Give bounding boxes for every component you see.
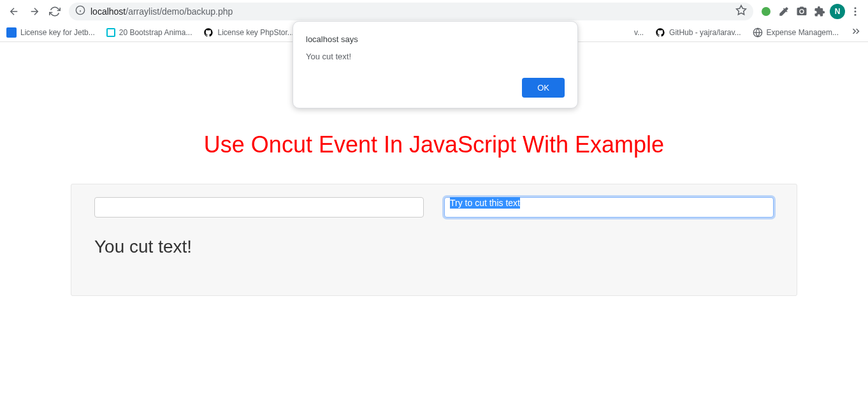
bookmark-item[interactable]: License key for Jetb...	[6, 27, 95, 38]
profile-avatar[interactable]: N	[830, 4, 845, 19]
ok-button[interactable]: OK	[522, 78, 565, 98]
svg-point-5	[855, 7, 857, 9]
bookmark-label: Expense Managem...	[767, 28, 839, 37]
bookmark-label: GitHub - yajra/larav...	[669, 28, 741, 37]
address-bar[interactable]: localhost/arraylist/demo/backup.php	[69, 3, 753, 20]
page-heading: Use Oncut Event In JavaScript With Examp…	[0, 131, 868, 158]
svg-point-7	[855, 14, 857, 16]
dialog-title: localhost says	[306, 34, 565, 44]
input-right[interactable]: Try to cut this text	[444, 197, 774, 218]
svg-marker-3	[737, 6, 746, 15]
svg-point-4	[800, 10, 804, 13]
bookmark-item[interactable]: 20 Bootstrap Anima...	[106, 28, 192, 37]
page-content: Use Oncut Event In JavaScript With Examp…	[0, 131, 868, 296]
bookmark-label: v...	[634, 28, 644, 37]
bookmark-label: License key for Jetb...	[20, 28, 95, 37]
globe-icon	[753, 27, 763, 38]
svg-point-6	[855, 11, 857, 13]
bookmark-icon	[6, 27, 17, 38]
back-button[interactable]	[5, 3, 23, 20]
bookmark-label: 20 Bootstrap Anima...	[119, 28, 192, 37]
input-left[interactable]	[94, 197, 424, 218]
browser-toolbar: localhost/arraylist/demo/backup.php N	[0, 0, 868, 23]
extension-green-icon[interactable]	[758, 4, 774, 19]
bookmark-label: License key PhpStor...	[217, 28, 293, 37]
info-icon	[75, 5, 85, 18]
menu-dots-icon[interactable]	[848, 4, 863, 19]
dialog-message: You cut text!	[306, 52, 565, 61]
puzzle-icon[interactable]	[812, 4, 827, 19]
bookmark-item[interactable]: Expense Managem...	[753, 27, 839, 38]
bookmark-item[interactable]: GitHub - yajra/larav...	[655, 27, 741, 38]
bookmarks-overflow-icon[interactable]	[850, 26, 862, 40]
input-row: Try to cut this text	[94, 197, 774, 218]
bookmark-icon	[106, 28, 115, 37]
dialog-actions: OK	[306, 78, 565, 98]
url-text: localhost/arraylist/demo/backup.php	[90, 6, 233, 17]
star-icon[interactable]	[735, 4, 747, 18]
eyedropper-icon[interactable]	[776, 4, 792, 19]
camera-icon[interactable]	[794, 4, 809, 19]
alert-dialog: localhost says You cut text! OK	[293, 21, 578, 108]
demo-panel: Try to cut this text You cut text!	[71, 184, 797, 296]
bookmark-item[interactable]: License key PhpStor...	[203, 27, 293, 38]
github-icon	[203, 27, 213, 38]
reload-button[interactable]	[46, 3, 64, 20]
bookmark-item[interactable]: v...	[634, 28, 644, 37]
github-icon	[655, 27, 665, 38]
forward-button[interactable]	[25, 3, 43, 20]
result-text: You cut text!	[94, 237, 774, 257]
selected-text: Try to cut this text	[450, 197, 520, 209]
